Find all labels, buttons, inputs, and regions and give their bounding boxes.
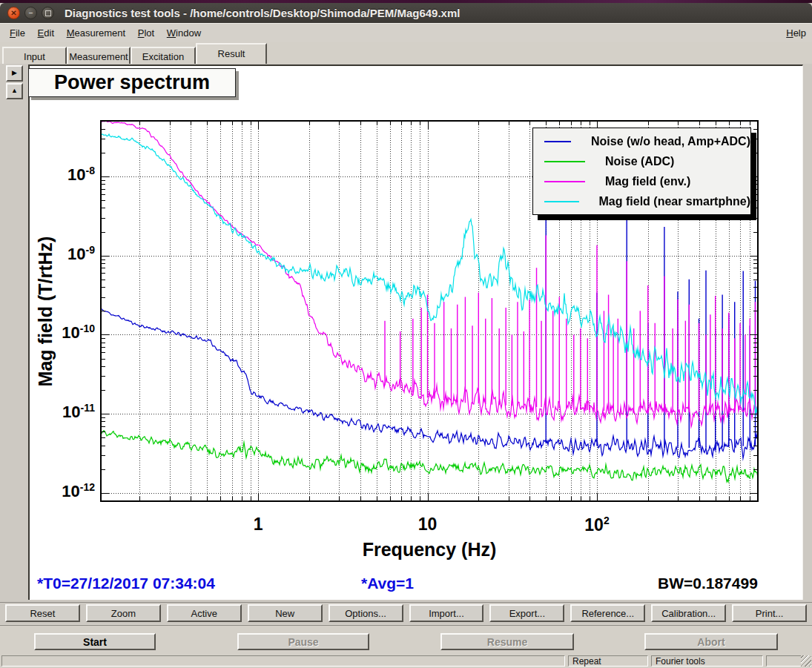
- tab-result[interactable]: Result: [196, 43, 267, 64]
- window-title: Diagnostics test tools - /home/controls/…: [65, 7, 460, 19]
- right-arrow-icon: ▶: [12, 69, 17, 76]
- x-axis-title: Frequency (Hz): [281, 539, 578, 560]
- legend-line-swatch: [544, 161, 585, 162]
- menu-window[interactable]: Window: [167, 27, 201, 39]
- reference-button[interactable]: Reference...: [570, 604, 645, 622]
- up-arrow-icon: ▲: [11, 87, 18, 94]
- close-icon[interactable]: ✕: [7, 7, 20, 19]
- y-tick-label: 10-11: [39, 402, 95, 422]
- x-tick-label: 102: [564, 515, 630, 535]
- menu-file[interactable]: File: [10, 27, 25, 39]
- tab-measurement[interactable]: Measurement: [67, 47, 131, 64]
- diagnostics-window: ✕ – Diagnostics test tools - /home/contr…: [0, 0, 812, 668]
- legend-line-swatch: [544, 181, 585, 182]
- reset-button[interactable]: Reset: [5, 604, 80, 622]
- legend-label: Mag field (near smartphne): [599, 195, 750, 208]
- legend-label: Mag field (env.): [605, 175, 690, 188]
- x-tick-label: 10: [395, 515, 461, 535]
- minimize-icon[interactable]: –: [24, 7, 37, 19]
- resume-button: Resume: [440, 633, 574, 650]
- y-tick-label: 10-12: [39, 481, 95, 501]
- toolbar: Reset Zoom Active New Options... Import.…: [0, 602, 812, 624]
- avg-annotation: *Avg=1: [361, 575, 414, 592]
- legend-entry: Mag field (near smartphne): [533, 193, 750, 211]
- panel-expand-up-button[interactable]: ▲: [6, 83, 23, 99]
- panel-expand-right-button[interactable]: ▶: [6, 65, 23, 82]
- start-button[interactable]: Start: [34, 633, 156, 650]
- status-cell-empty: [766, 655, 803, 667]
- y-tick-label: 10-9: [39, 244, 95, 264]
- menu-plot[interactable]: Plot: [138, 27, 154, 39]
- titlebar[interactable]: ✕ – Diagnostics test tools - /home/contr…: [0, 3, 812, 24]
- tab-input[interactable]: Input: [2, 47, 67, 64]
- y-tick-label: 10-10: [39, 323, 95, 343]
- legend-label: Noise (w/o head, Amp+ADC): [591, 135, 750, 148]
- status-cell-fourier-tools: Fourier tools: [651, 655, 763, 667]
- print-button[interactable]: Print...: [732, 604, 807, 622]
- active-button[interactable]: Active: [167, 604, 242, 622]
- legend-line-swatch: [544, 141, 571, 142]
- tab-excitation[interactable]: Excitation: [131, 47, 196, 64]
- tab-bar: Input Measurement Excitation Result: [0, 42, 812, 64]
- zoom-button[interactable]: Zoom: [86, 604, 161, 622]
- bw-annotation: BW=0.187499: [658, 575, 758, 592]
- menu-edit[interactable]: Edit: [38, 27, 54, 39]
- menubar: File Edit Measurement Plot Window Help: [0, 23, 812, 43]
- options-button[interactable]: Options...: [329, 604, 403, 622]
- legend-label: Noise (ADC): [605, 155, 674, 168]
- abort-button: Abort: [644, 633, 778, 650]
- measurement-controls: Start Pause Resume Abort: [0, 626, 812, 654]
- status-cell-empty: [1, 655, 565, 667]
- status-bar: Repeat Fourier tools: [0, 654, 812, 668]
- plot-legend: Noise (w/o head, Amp+ADC) Noise (ADC) Ma…: [532, 128, 751, 215]
- maximize-icon[interactable]: [42, 7, 54, 19]
- x-tick-label: 1: [225, 515, 291, 535]
- status-cell-repeat: Repeat: [568, 655, 648, 667]
- legend-entry: Mag field (env.): [533, 173, 750, 191]
- t0-annotation: *T0=27/12/2017 07:34:04: [37, 575, 215, 592]
- calibration-button[interactable]: Calibration...: [651, 604, 726, 622]
- menu-measurement[interactable]: Measurement: [67, 27, 126, 39]
- import-button[interactable]: Import...: [409, 604, 484, 622]
- plot-title: Power spectrum: [28, 68, 236, 97]
- menu-help[interactable]: Help: [786, 27, 806, 39]
- legend-entry: Noise (ADC): [533, 153, 750, 171]
- new-button[interactable]: New: [248, 604, 323, 622]
- pause-button: Pause: [237, 633, 369, 650]
- y-tick-label: 10-8: [39, 165, 95, 185]
- legend-line-swatch: [544, 201, 579, 202]
- legend-entry: Noise (w/o head, Amp+ADC): [533, 133, 750, 151]
- export-button[interactable]: Export...: [489, 604, 564, 622]
- resize-grip[interactable]: [801, 655, 811, 667]
